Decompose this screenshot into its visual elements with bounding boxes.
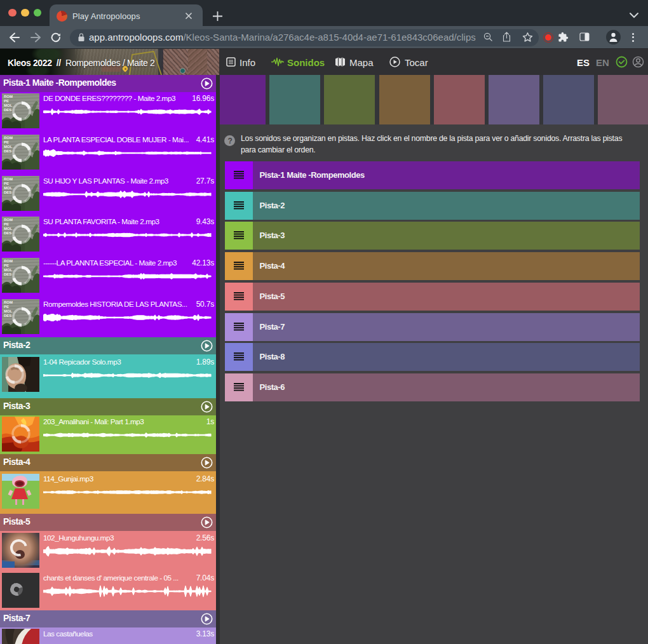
svg-text:MOL: MOL [4, 104, 13, 107]
svg-text:ROM: ROM [4, 136, 13, 140]
svg-text:PE: PE [4, 222, 9, 226]
svg-text:DES: DES [4, 314, 11, 318]
svg-text:ROM: ROM [4, 95, 13, 98]
svg-text:MOL: MOL [4, 186, 13, 190]
svg-text:ROM: ROM [4, 218, 13, 222]
svg-text:PE: PE [4, 264, 9, 267]
svg-text:DES: DES [4, 108, 11, 112]
svg-text:PE: PE [4, 140, 9, 144]
svg-text:PE: PE [4, 99, 9, 103]
svg-text:PE: PE [4, 305, 9, 309]
svg-text:MOL: MOL [4, 227, 13, 231]
svg-text:DES: DES [4, 231, 11, 235]
svg-text:DES: DES [4, 149, 11, 153]
svg-text:ROM: ROM [4, 259, 13, 263]
svg-text:DES: DES [4, 272, 11, 276]
svg-text:MOL: MOL [4, 309, 13, 313]
svg-text:ROM: ROM [4, 300, 13, 304]
svg-text:ROM: ROM [4, 177, 13, 181]
svg-text:MOL: MOL [4, 268, 13, 272]
svg-text:DES: DES [4, 191, 11, 194]
svg-text:MOL: MOL [4, 145, 13, 149]
svg-text:PE: PE [4, 182, 9, 185]
